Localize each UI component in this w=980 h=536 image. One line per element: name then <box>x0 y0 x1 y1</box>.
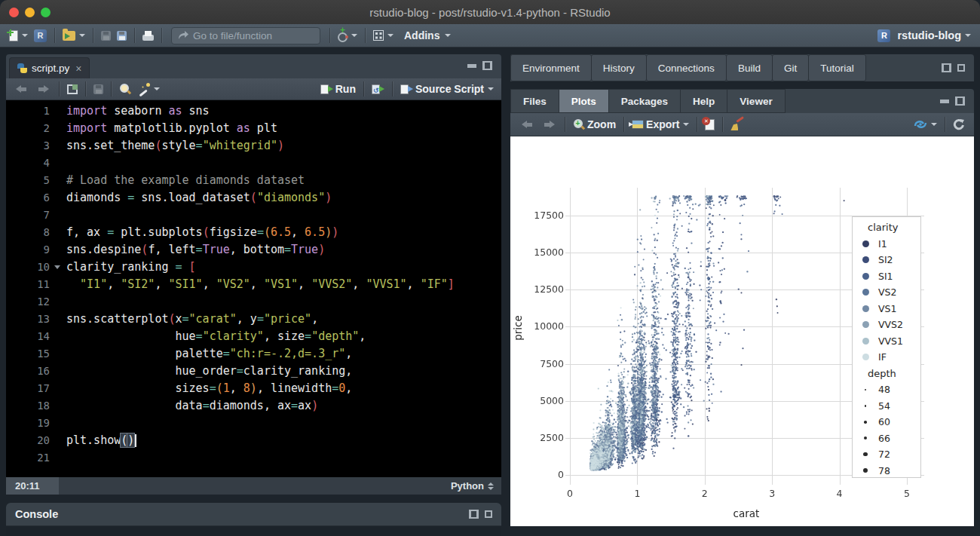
tab-build[interactable]: Build <box>726 54 773 81</box>
new-project-button[interactable]: R <box>31 26 50 45</box>
code-tools-button[interactable] <box>134 79 163 99</box>
x-tick-label: 5 <box>896 488 918 499</box>
language-selector[interactable]: Python <box>451 480 494 492</box>
tab-packages[interactable]: Packages <box>608 89 681 113</box>
save-button[interactable] <box>98 26 114 45</box>
code-line[interactable]: 5# Load the example diamonds dataset <box>6 172 501 189</box>
y-tick-label: 12500 <box>517 283 564 295</box>
open-file-button[interactable] <box>60 26 88 45</box>
maximize-pane-icon[interactable] <box>955 96 965 106</box>
refresh-plot-button[interactable] <box>950 115 968 134</box>
next-plot-button[interactable] <box>538 115 560 134</box>
code-text: sizes=(1, 8), linewidth=0, <box>66 380 352 397</box>
code-line[interactable]: 12 <box>6 293 501 311</box>
remove-plot-button[interactable] <box>702 115 718 134</box>
fold-caret-icon[interactable] <box>54 265 60 269</box>
save-all-button[interactable] <box>114 26 130 45</box>
code-line[interactable]: 3sns.set_theme(style="whitegrid") <box>6 137 501 155</box>
code-line[interactable]: 6diamonds = sns.load_dataset("diamonds") <box>6 189 501 207</box>
tab-plots[interactable]: Plots <box>559 89 609 113</box>
open-in-new-window-button[interactable] <box>64 79 81 99</box>
print-button[interactable] <box>139 26 157 45</box>
line-number: 17 <box>6 380 50 397</box>
zoom-plot-button[interactable]: + Zoom <box>570 115 619 134</box>
open-folder-icon <box>63 31 75 41</box>
code-line[interactable]: 19 <box>6 415 501 432</box>
code-text: palette="ch:r=-.2,d=.3_r", <box>66 345 352 363</box>
legend-label: IF <box>878 351 887 363</box>
code-line[interactable]: 13sns.scatterplot(x="carat", y="price", <box>6 311 501 328</box>
save-source-button[interactable] <box>90 79 106 99</box>
rerun-arrow-icon <box>379 86 384 92</box>
maximize-pane-icon[interactable] <box>482 61 492 70</box>
publish-button[interactable] <box>911 115 940 134</box>
code-line[interactable]: 7 <box>6 207 501 224</box>
export-plot-button[interactable]: Export <box>629 115 692 134</box>
line-number: 13 <box>6 311 50 328</box>
tab-history[interactable]: History <box>591 54 647 81</box>
tab-viewer[interactable]: Viewer <box>727 89 785 113</box>
x-tick-label: 4 <box>828 488 851 499</box>
legend-dot <box>862 354 869 360</box>
run-button[interactable]: Run <box>317 79 359 99</box>
remove-plot-icon <box>705 119 715 130</box>
source-script-button[interactable]: Source Script <box>397 79 497 99</box>
rerun-button[interactable]: ↺ <box>369 79 387 99</box>
line-number: 21 <box>6 449 50 467</box>
tab-help[interactable]: Help <box>680 89 727 113</box>
restore-pane-icon[interactable] <box>942 63 951 72</box>
legend-item: 72 <box>853 446 920 463</box>
code-line[interactable]: 11 "I1", "SI2", "SI1", "VS2", "VS1", "VV… <box>6 276 501 293</box>
cursor-position[interactable]: 20:11 <box>6 477 59 495</box>
code-line[interactable]: 14 hue="clarity", size="depth", <box>6 328 501 345</box>
maximize-pane-icon[interactable] <box>485 510 492 518</box>
tab-files[interactable]: Files <box>510 89 559 113</box>
workspace-panes-button[interactable] <box>370 26 397 45</box>
code-line[interactable]: 21 <box>6 449 501 467</box>
tab-git[interactable]: Git <box>772 54 809 81</box>
restore-pane-icon[interactable] <box>469 510 479 519</box>
back-button[interactable] <box>11 79 32 99</box>
code-text: hue="clarity", size="depth", <box>66 328 366 345</box>
code-line[interactable]: 1import seaborn as sns <box>6 103 501 120</box>
search-icon <box>119 83 131 95</box>
goto-file-input[interactable]: Go to file/function <box>171 27 320 44</box>
new-file-button[interactable] <box>6 26 31 45</box>
line-number: 4 <box>6 155 50 172</box>
tab-tutorial[interactable]: Tutorial <box>808 54 866 81</box>
code-line[interactable]: 4 <box>6 155 501 172</box>
code-line[interactable]: 15 palette="ch:r=-.2,d=.3_r", <box>6 345 501 363</box>
maximize-pane-icon[interactable] <box>957 64 965 72</box>
line-number: 11 <box>6 276 50 293</box>
code-line[interactable]: 18 data=diamonds, ax=ax) <box>6 397 501 415</box>
code-line[interactable]: 8f, ax = plt.subplots(figsize=(6.5, 6.5)… <box>6 224 501 241</box>
version-control-button[interactable] <box>335 26 360 45</box>
close-icon[interactable]: × <box>75 63 81 75</box>
forward-button[interactable] <box>32 79 54 99</box>
project-menu[interactable]: R rstudio-blog <box>874 26 974 45</box>
minimize-pane-icon[interactable] <box>940 100 949 103</box>
legend-hue-title: clarity <box>853 219 920 236</box>
tab-environment[interactable]: Environment <box>510 54 592 81</box>
line-number: 15 <box>6 345 50 363</box>
clear-all-plots-button[interactable] <box>727 115 747 134</box>
code-line[interactable]: 10clarity_ranking = [ <box>6 259 501 276</box>
export-image-icon <box>632 120 644 129</box>
previous-plot-button[interactable] <box>516 115 538 134</box>
line-number: 8 <box>6 224 50 241</box>
tab-connections[interactable]: Connections <box>646 54 727 81</box>
tab-script-py[interactable]: script.py × <box>9 57 90 78</box>
project-label: rstudio-blog <box>897 29 961 41</box>
toolbar-separator <box>363 81 364 96</box>
titlebar: rstudio-blog - post/rstudio-v1.4-python … <box>0 0 980 24</box>
code-line[interactable]: 9sns.despine(f, left=True, bottom=True) <box>6 241 501 259</box>
console-header[interactable]: Console <box>6 503 501 526</box>
code-line[interactable]: 17 sizes=(1, 8), linewidth=0, <box>6 380 501 397</box>
minimize-pane-icon[interactable] <box>467 64 476 68</box>
code-line[interactable]: 16 hue_order=clarity_ranking, <box>6 363 501 380</box>
addins-menu[interactable]: Addins <box>397 26 454 45</box>
find-replace-button[interactable] <box>116 79 134 99</box>
code-line[interactable]: 20plt.show() <box>6 432 501 449</box>
code-line[interactable]: 2import matplotlib.pyplot as plt <box>6 120 501 137</box>
code-editor[interactable]: 1import seaborn as sns2import matplotlib… <box>6 100 501 477</box>
